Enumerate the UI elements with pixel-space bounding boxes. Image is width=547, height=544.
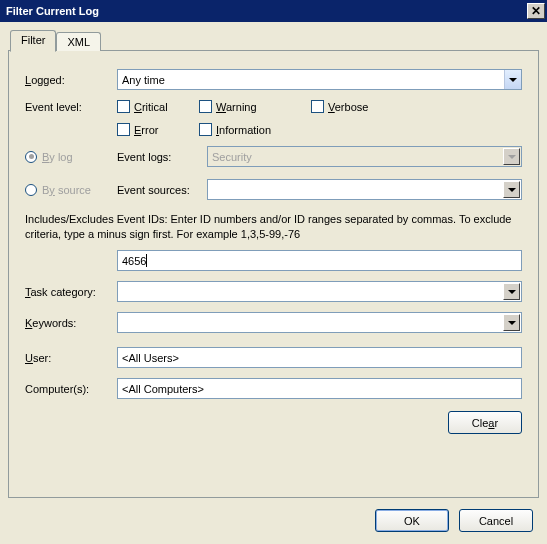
dropdown-icon [503, 283, 520, 300]
task-category-combo[interactable] [117, 281, 522, 302]
event-id-input[interactable]: 4656 [117, 250, 522, 271]
information-checkbox[interactable]: Information [199, 123, 271, 136]
error-checkbox[interactable]: Error [117, 123, 183, 136]
checkbox-icon [199, 123, 212, 136]
event-logs-label: Event logs: [117, 151, 207, 163]
keywords-combo[interactable] [117, 312, 522, 333]
close-button[interactable]: ✕ [527, 3, 545, 19]
verbose-checkbox[interactable]: Verbose [311, 100, 377, 113]
checkbox-icon [199, 100, 212, 113]
filter-panel: Logged: Any time Event level: Critical W… [8, 50, 539, 498]
by-log-radio[interactable]: By log [25, 151, 117, 163]
event-sources-label: Event sources: [117, 184, 207, 196]
dropdown-icon [503, 181, 520, 198]
logged-combo[interactable]: Any time [117, 69, 522, 90]
user-input[interactable] [117, 347, 522, 368]
warning-checkbox[interactable]: Warning [199, 100, 265, 113]
logged-label: Logged: [25, 74, 117, 86]
close-icon: ✕ [531, 5, 541, 17]
checkbox-icon [117, 100, 130, 113]
ok-button[interactable]: OK [375, 509, 449, 532]
window-title: Filter Current Log [6, 5, 99, 17]
event-id-help: Includes/Excludes Event IDs: Enter ID nu… [25, 212, 522, 242]
event-logs-value: Security [212, 151, 502, 163]
checkbox-icon [117, 123, 130, 136]
event-id-value: 4656 [122, 255, 146, 267]
event-logs-combo: Security [207, 146, 522, 167]
logged-value: Any time [122, 74, 504, 86]
cancel-button[interactable]: Cancel [459, 509, 533, 532]
tab-xml[interactable]: XML [56, 32, 101, 51]
dropdown-icon [503, 314, 520, 331]
user-label: User: [25, 352, 117, 364]
tab-filter[interactable]: Filter [10, 30, 56, 52]
caret-icon [146, 254, 147, 267]
keywords-label: Keywords: [25, 317, 117, 329]
critical-checkbox[interactable]: Critical [117, 100, 183, 113]
task-category-label: Task category: [25, 286, 117, 298]
event-level-label: Event level: [25, 101, 117, 113]
event-sources-combo[interactable] [207, 179, 522, 200]
computers-input[interactable] [117, 378, 522, 399]
dropdown-icon [504, 70, 521, 89]
clear-button[interactable]: Clear [448, 411, 522, 434]
computers-label: Computer(s): [25, 383, 117, 395]
dropdown-icon [503, 148, 520, 165]
by-source-radio[interactable]: By source [25, 184, 117, 196]
checkbox-icon [311, 100, 324, 113]
